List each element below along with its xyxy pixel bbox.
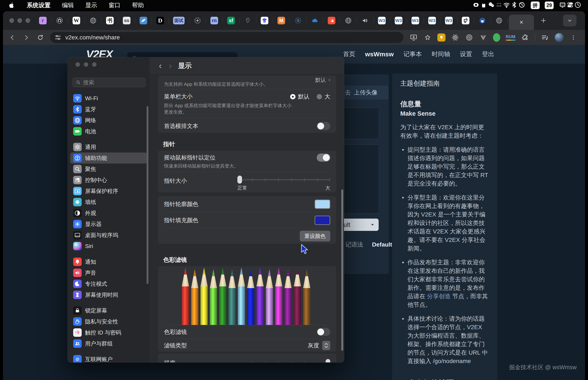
input-method-badge[interactable]: 拼 xyxy=(531,1,540,9)
install-app-button[interactable] xyxy=(409,33,418,42)
settings-forward-button[interactable]: › xyxy=(169,61,172,71)
sidebar-item-屏幕使用时间[interactable]: 屏幕使用时间 xyxy=(70,289,147,300)
sidebar-item-Siri[interactable]: Siri xyxy=(70,241,147,252)
wechat-icon[interactable] xyxy=(487,1,495,9)
v2ex-nav-登出[interactable]: 登出 xyxy=(482,50,494,58)
settings-back-button[interactable]: ‹ xyxy=(159,61,162,71)
tab-w3-2[interactable]: W3 xyxy=(395,17,402,24)
menu-item-显示[interactable]: 显示 xyxy=(85,2,97,8)
v2ex-nav-首页[interactable]: 首页 xyxy=(343,50,355,58)
extension-lightbulb-icon[interactable] xyxy=(437,34,445,41)
window-traffic-lights[interactable] xyxy=(76,62,97,67)
tab-w3-3[interactable]: W3 xyxy=(412,17,419,24)
bluetooth-icon[interactable] xyxy=(510,1,518,9)
tab-book[interactable]: 书 xyxy=(106,17,114,24)
sidebar-item-触控 ID 与密码[interactable]: 触控 ID 与密码 xyxy=(70,327,147,338)
v2ex-nav-记事本[interactable]: 记事本 xyxy=(403,50,422,58)
sidebar-item-聚焦[interactable]: 聚焦 xyxy=(70,164,147,174)
tab-rn[interactable]: rn xyxy=(210,17,218,24)
tab-audio[interactable] xyxy=(361,17,369,24)
bookmark-star-button[interactable] xyxy=(423,33,432,42)
site-settings-icon[interactable] xyxy=(54,34,62,41)
menu-item-窗口[interactable]: 窗口 xyxy=(109,2,121,8)
tab-github[interactable] xyxy=(56,17,63,24)
forward-button[interactable] xyxy=(22,33,31,42)
tab-segmentfault[interactable]: sf xyxy=(227,17,235,24)
profile-avatar[interactable] xyxy=(555,33,564,42)
tab-onedrive[interactable] xyxy=(311,17,319,24)
menu-item-帮助[interactable]: 帮助 xyxy=(132,2,144,8)
back-button[interactable] xyxy=(8,33,17,42)
tab-w3-5[interactable]: W3 xyxy=(445,17,453,24)
tab-baidu[interactable]: du xyxy=(261,17,268,24)
clock-icon[interactable] xyxy=(574,1,582,9)
extension-react-icon[interactable] xyxy=(451,33,460,42)
tab-chatgpt[interactable] xyxy=(462,17,469,24)
menu-item-编辑[interactable]: 编辑 xyxy=(62,2,74,8)
horizontal-text-toggle[interactable] xyxy=(317,122,330,130)
sidebar-item-蓝牙[interactable]: 蓝牙 xyxy=(70,104,147,115)
extensions-puzzle-button[interactable] xyxy=(521,33,529,42)
sidebar-item-互联网账户[interactable]: @互联网账户 xyxy=(70,354,147,363)
radio-large[interactable] xyxy=(317,94,322,99)
sidebar-item-用户与群组[interactable]: 用户与群组 xyxy=(70,338,147,349)
outline-color-swatch[interactable] xyxy=(315,200,330,209)
keystroke-dots-icon[interactable] xyxy=(495,1,503,9)
sidebar-item-屏幕保护程序[interactable]: 屏幕保护程序 xyxy=(70,186,147,197)
radio-large-label[interactable]: 大 xyxy=(325,93,330,100)
sidebar-item-专注模式[interactable]: 专注模式 xyxy=(70,278,147,289)
tab-iconfont[interactable] xyxy=(294,17,302,24)
sidebar-item-Wi-Fi[interactable]: Wi-Fi xyxy=(70,93,147,104)
extension-vue-icon[interactable] xyxy=(479,33,487,42)
close-tab-icon[interactable] xyxy=(519,19,524,25)
v2ex-nav-时间轴[interactable]: 时间轴 xyxy=(432,50,450,58)
tab-mianshi[interactable]: 面试 xyxy=(173,17,185,24)
control-center-icon[interactable] xyxy=(566,1,574,9)
sidebar-item-桌面与程序坞[interactable]: 桌面与程序坞 xyxy=(70,230,147,241)
traffic-lights[interactable] xyxy=(9,18,34,23)
radio-default[interactable] xyxy=(290,94,295,99)
sidebar-item-控制中心[interactable]: 控制中心 xyxy=(70,174,147,186)
shake-toggle[interactable] xyxy=(317,153,330,162)
sidebar-item-锁定屏幕[interactable]: 锁定屏幕 xyxy=(70,305,147,316)
sidebar-item-声音[interactable]: 声音 xyxy=(70,267,147,278)
tab-r[interactable]: r xyxy=(39,17,47,24)
v2ex-nav-wsWmsw[interactable]: wsWmsw xyxy=(365,51,394,58)
sidebar-item-辅助功能[interactable]: 辅助功能 xyxy=(70,152,147,164)
sidebar-item-隐私与安全性[interactable]: 隐私与安全性 xyxy=(70,316,147,327)
date-badge[interactable]: 29 xyxy=(545,1,554,9)
radio-default-label[interactable]: 默认 xyxy=(298,93,310,100)
sidebar-item-网络[interactable]: 网络 xyxy=(70,115,147,126)
cat-icon[interactable] xyxy=(480,1,487,9)
filter-type-stepper[interactable] xyxy=(322,341,330,350)
sidebar-item-墙纸[interactable]: 墙纸 xyxy=(70,197,147,208)
reading-list-button[interactable] xyxy=(541,33,549,42)
tab-circle-arrow[interactable] xyxy=(194,17,201,24)
pointer-size-slider[interactable] xyxy=(237,175,330,184)
screen-record-icon[interactable] xyxy=(472,1,480,9)
extension-green-dot-icon[interactable] xyxy=(493,33,500,42)
tab-globe-1[interactable] xyxy=(89,17,97,24)
sidebar-item-通知[interactable]: 通知 xyxy=(70,256,147,267)
apple-logo-icon[interactable] xyxy=(8,2,15,9)
guide-link-分享创造[interactable]: 分享创造 xyxy=(427,293,451,300)
sidebar-item-外观[interactable]: 外观 xyxy=(70,208,147,219)
syntax-value[interactable]: Default xyxy=(372,241,392,248)
tab-d[interactable]: D xyxy=(156,17,164,24)
wifi-icon[interactable] xyxy=(503,1,510,9)
time-machine-icon[interactable] xyxy=(518,1,526,9)
browser-menu-button[interactable] xyxy=(569,33,578,42)
tab-pin-faded[interactable] xyxy=(244,17,252,24)
url-text[interactable]: v2ex.com/new/share xyxy=(65,34,120,41)
tab-globe-3[interactable] xyxy=(495,17,503,24)
active-tab[interactable] xyxy=(509,15,534,30)
tab-swift[interactable] xyxy=(328,17,335,24)
reading-size-row[interactable]: 为支持的 App 和系统功能设定首选阅读字体大小。 默认 › xyxy=(158,76,336,89)
menu-app-name[interactable]: 系统设置 xyxy=(27,1,50,9)
sidebar-item-通用[interactable]: 通用 xyxy=(70,141,147,152)
tab-ss[interactable]: ss xyxy=(123,17,130,24)
color-filter-toggle[interactable] xyxy=(317,328,330,336)
intensity-slider[interactable] xyxy=(237,359,330,363)
fill-color-swatch[interactable] xyxy=(315,216,330,225)
tab-w3-1[interactable]: W3 xyxy=(378,17,386,24)
